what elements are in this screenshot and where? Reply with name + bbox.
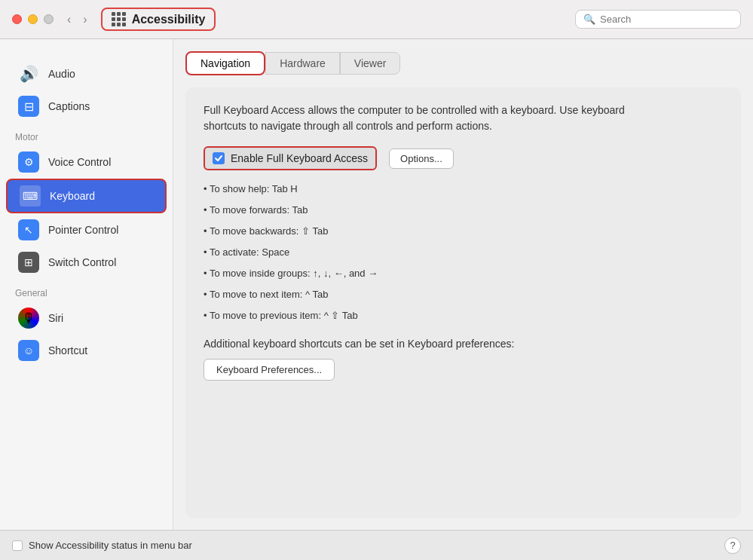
checkbox-and-options: Enable Full Keyboard Access Options...	[204, 146, 723, 170]
sidebar-item-keyboard-label: Keyboard	[50, 190, 95, 202]
enable-keyboard-access-label: Enable Full Keyboard Access	[231, 152, 368, 164]
general-section-label: General	[0, 279, 173, 301]
keyboard-icon: ⌨	[20, 185, 41, 207]
right-panel: Navigation Hardware Viewer Full Keyboard…	[173, 39, 753, 530]
audio-icon: 🔊	[18, 63, 39, 84]
sidebar-item-shortcut-label: Shortcut	[48, 344, 87, 357]
show-accessibility-status-checkbox[interactable]	[12, 540, 23, 551]
sidebar-item-switch-control[interactable]: ⊞ Switch Control	[6, 246, 167, 278]
shortcut-item-3: • To activate: Space	[204, 243, 723, 262]
sidebar-item-voice-control-label: Voice Control	[48, 156, 111, 168]
tab-viewer[interactable]: Viewer	[340, 52, 401, 75]
sidebar-item-keyboard[interactable]: ⌨ Keyboard	[6, 179, 167, 213]
description-text: Full Keyboard Access allows the computer…	[204, 103, 641, 134]
shortcut-item-6: • To move to previous item: ^ ⇧ Tab	[204, 306, 723, 326]
search-input[interactable]	[600, 14, 733, 25]
shortcut-item-2: • To move backwards: ⇧ Tab	[204, 222, 723, 241]
sidebar-item-voice-control[interactable]: ⚙ Voice Control	[6, 146, 167, 178]
checkmark-icon	[214, 154, 223, 163]
traffic-lights	[12, 14, 54, 24]
sidebar-item-captions-label: Captions	[48, 100, 90, 112]
tab-hardware[interactable]: Hardware	[265, 52, 340, 75]
options-button[interactable]: Options...	[389, 148, 454, 169]
bottom-bar: Show Accessibility status in menu bar ?	[0, 530, 753, 560]
sidebar-item-siri[interactable]: 🎙 Siri	[6, 302, 167, 334]
shortcut-item-4: • To move inside groups: ↑, ↓, ←, and →	[204, 264, 723, 283]
search-icon: 🔍	[583, 14, 595, 25]
pointer-control-icon: ↖	[18, 219, 39, 240]
close-button[interactable]	[12, 14, 22, 24]
bottom-checkbox-row: Show Accessibility status in menu bar	[12, 540, 192, 551]
enable-keyboard-access-checkbox[interactable]	[213, 152, 225, 164]
captions-icon: ⊟	[18, 96, 39, 117]
minimize-button[interactable]	[28, 14, 38, 24]
sidebar-item-captions[interactable]: ⊟ Captions	[6, 90, 167, 122]
additional-text: Additional keyboard shortcuts can be set…	[204, 338, 723, 350]
forward-button[interactable]: ›	[78, 11, 91, 28]
sidebar-item-pointer-control[interactable]: ↖ Pointer Control	[6, 214, 167, 246]
title-bar: ‹ › Accessibility 🔍	[0, 0, 753, 39]
shortcut-list: • To show help: Tab H • To move forwards…	[204, 179, 723, 326]
main-content: 🔊 Audio ⊟ Captions Motor ⚙ Voice Control…	[0, 39, 753, 530]
back-button[interactable]: ‹	[63, 11, 75, 28]
help-button[interactable]: ?	[724, 537, 741, 554]
nav-buttons: ‹ ›	[63, 11, 92, 28]
sidebar-item-shortcut[interactable]: ☺ Shortcut	[6, 335, 167, 366]
sidebar-item-pointer-control-label: Pointer Control	[48, 224, 118, 236]
search-box[interactable]: 🔍	[575, 10, 741, 29]
shortcut-icon: ☺	[18, 340, 39, 361]
maximize-button[interactable]	[44, 14, 54, 24]
content-area: Full Keyboard Access allows the computer…	[185, 87, 741, 518]
title-area: Accessibility	[101, 8, 216, 31]
voice-control-icon: ⚙	[18, 151, 39, 173]
shortcut-item-1: • To move forwards: Tab	[204, 200, 723, 220]
sidebar: 🔊 Audio ⊟ Captions Motor ⚙ Voice Control…	[0, 39, 173, 530]
window-title: Accessibility	[132, 13, 206, 26]
siri-icon: 🎙	[18, 308, 39, 329]
tabs: Navigation Hardware Viewer	[185, 51, 741, 75]
shortcut-item-0: • To show help: Tab H	[204, 179, 723, 199]
sidebar-item-siri-label: Siri	[48, 312, 63, 324]
sidebar-item-audio-label: Audio	[48, 68, 75, 80]
sidebar-item-audio[interactable]: 🔊 Audio	[6, 58, 167, 90]
switch-control-icon: ⊞	[18, 252, 39, 273]
shortcut-item-5: • To move to next item: ^ Tab	[204, 285, 723, 304]
show-accessibility-status-label: Show Accessibility status in menu bar	[29, 540, 192, 551]
tab-navigation[interactable]: Navigation	[185, 51, 265, 75]
apps-grid-icon	[112, 12, 126, 26]
sidebar-item-switch-control-label: Switch Control	[48, 256, 116, 268]
motor-section-label: Motor	[0, 123, 173, 145]
keyboard-preferences-button[interactable]: Keyboard Preferences...	[204, 359, 335, 381]
